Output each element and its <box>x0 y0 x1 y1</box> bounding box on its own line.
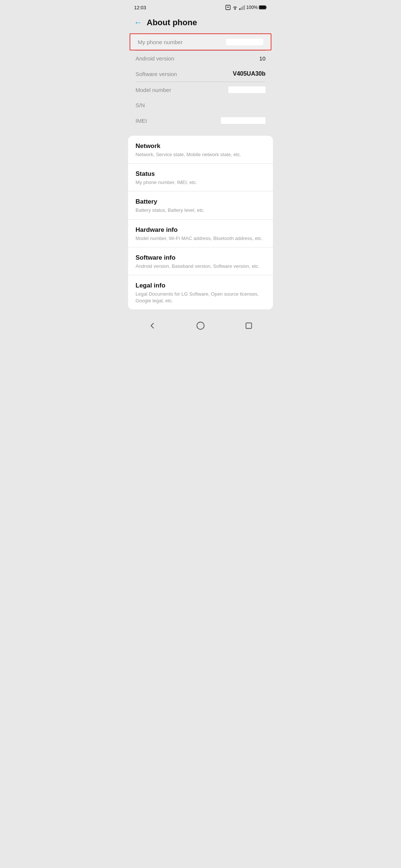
status-time: 12:03 <box>134 5 146 10</box>
network-title: Network <box>136 142 265 150</box>
svg-rect-2 <box>239 9 241 10</box>
svg-rect-5 <box>244 5 245 10</box>
phone-number-label: My phone number <box>138 39 183 45</box>
battery-icon <box>259 5 267 10</box>
android-version-value: 10 <box>259 55 265 62</box>
battery-subtitle: Battery status, Battery level, etc. <box>136 207 265 214</box>
signal-icon <box>239 4 245 10</box>
sn-row[interactable]: S/N <box>128 98 273 113</box>
model-number-value <box>228 86 265 93</box>
software-version-value: V405UA30b <box>233 70 265 77</box>
hardware-info-subtitle: Model number, Wi-Fi MAC address, Bluetoo… <box>136 235 265 242</box>
phone-number-row[interactable]: My phone number <box>130 33 271 50</box>
software-info-subtitle: Android version, Baseband version, Softw… <box>136 263 265 270</box>
imei-row[interactable]: IMEI <box>128 113 273 128</box>
software-info-item[interactable]: Software info Android version, Baseband … <box>128 247 273 275</box>
status-title: Status <box>136 170 265 178</box>
imei-value <box>221 117 265 124</box>
hardware-info-item[interactable]: Hardware info Model number, Wi-Fi MAC ad… <box>128 220 273 247</box>
software-info-title: Software info <box>136 254 265 262</box>
recents-nav-icon <box>244 321 254 331</box>
battery-title: Battery <box>136 198 265 206</box>
status-subtitle: My phone number, IMEI, etc. <box>136 179 265 186</box>
header: ← About phone <box>128 13 273 33</box>
back-button[interactable]: ← <box>134 18 142 27</box>
page-title: About phone <box>147 18 197 27</box>
android-version-row[interactable]: Android version 10 <box>128 51 273 66</box>
nfc-icon <box>225 4 231 10</box>
battery-item[interactable]: Battery Battery status, Battery level, e… <box>128 191 273 219</box>
back-nav-button[interactable] <box>147 320 157 331</box>
sn-label: S/N <box>136 102 145 108</box>
status-icons: 100% <box>225 4 267 10</box>
svg-rect-4 <box>242 6 244 10</box>
status-item[interactable]: Status My phone number, IMEI, etc. <box>128 164 273 191</box>
imei-label: IMEI <box>136 118 147 124</box>
svg-point-8 <box>197 322 204 330</box>
card-section: Network Network, Service state, Mobile n… <box>128 136 273 309</box>
hardware-info-title: Hardware info <box>136 226 265 234</box>
network-item[interactable]: Network Network, Service state, Mobile n… <box>128 136 273 164</box>
legal-info-subtitle: Legal Documents for LG Software, Open so… <box>136 291 265 304</box>
phone-number-value <box>226 39 263 45</box>
model-number-row[interactable]: Model number <box>128 82 273 98</box>
software-version-label: Software version <box>136 71 177 77</box>
wifi-icon <box>232 4 238 10</box>
model-number-label: Model number <box>136 87 171 93</box>
svg-rect-7 <box>260 6 266 9</box>
home-nav-button[interactable] <box>195 320 206 331</box>
svg-rect-3 <box>241 7 242 10</box>
android-version-label: Android version <box>136 55 174 62</box>
network-subtitle: Network, Service state, Mobile network s… <box>136 151 265 158</box>
battery-percentage: 100% <box>246 5 258 10</box>
recents-nav-button[interactable] <box>244 320 254 331</box>
nav-bar <box>128 315 273 338</box>
back-nav-icon <box>147 321 157 331</box>
legal-info-title: Legal info <box>136 282 265 289</box>
legal-info-item[interactable]: Legal info Legal Documents for LG Softwa… <box>128 275 273 309</box>
svg-rect-9 <box>246 323 251 329</box>
svg-point-1 <box>235 9 235 10</box>
home-nav-icon <box>196 321 205 331</box>
summary-section: My phone number Android version 10 Softw… <box>128 33 273 133</box>
software-version-row[interactable]: Software version V405UA30b <box>128 66 273 82</box>
status-bar: 12:03 100% <box>128 0 273 13</box>
